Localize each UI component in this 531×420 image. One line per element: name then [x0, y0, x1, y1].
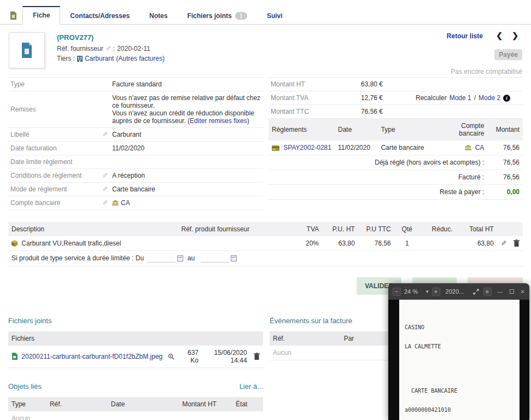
attachments-table-header: Fichiers — [8, 331, 263, 346]
line-pu-ttc: 76,56 — [358, 236, 394, 251]
zoom-level-value: 24 % — [404, 288, 423, 295]
amount-tva-row: Montant TVA 12,76 € Recalculer Mode 1 / … — [269, 91, 523, 105]
service-duration-label: Si produit de type service à durée limit… — [11, 254, 144, 262]
recalc-separator: / — [474, 94, 476, 102]
menu-button[interactable]: ≡ — [483, 288, 492, 296]
edit-compte-icon[interactable]: ✎ — [102, 199, 108, 207]
preview-file-icon[interactable] — [168, 353, 174, 360]
close-window-icon[interactable]: ✕ — [521, 289, 525, 295]
already-paid-label: Déjà réglé (hors avoirs et acomptes) : — [269, 155, 487, 170]
recalc-mode2-link[interactable]: Mode 2 — [479, 94, 500, 102]
remaining-row: Reste à payer : 0,00 — [269, 185, 523, 200]
next-record-arrow[interactable]: ❯ — [508, 31, 522, 40]
tab-fiche[interactable]: Fiche — [22, 6, 60, 25]
invoice-line-row: Carburant VU,Renault trafic,diesel 20% 6… — [8, 236, 523, 251]
tab-fichiers-joints[interactable]: Fichiers joints1 — [177, 8, 256, 25]
bank-account-link[interactable]: CA — [121, 199, 130, 207]
already-paid-value: 76,56 — [487, 155, 523, 170]
field-libelle: Libellé ✎ Carburant — [8, 128, 263, 142]
tab-suivi[interactable]: Suivi — [257, 8, 293, 25]
bank-icon — [465, 145, 471, 150]
tab-contacts-label: Contacts/Adresses — [70, 12, 130, 20]
image-file-icon — [11, 353, 17, 360]
field-date-limite: Date limite règlement — [8, 155, 263, 169]
zoom-dropdown-chevron-icon[interactable]: ▾ — [426, 289, 429, 294]
tab-fichiers-label: Fichiers joints — [187, 12, 231, 20]
file-icon — [21, 43, 33, 58]
remaining-value: 0,00 — [487, 185, 523, 200]
lines-header-reduc: Réduc. — [420, 222, 456, 236]
compte-bancaire-label: Compte bancaire — [10, 199, 102, 207]
edit-libelle-icon[interactable]: ✎ — [102, 131, 108, 138]
mode-reglement-label: Mode de règlement — [10, 185, 102, 193]
recalc-mode1-link[interactable]: Mode 1 — [450, 94, 471, 102]
receipt-line: a0000000421010 — [405, 407, 520, 413]
field-type: Type Facture standard — [8, 77, 263, 91]
document-thumbnail[interactable] — [9, 32, 45, 68]
payments-header-date: Date — [335, 119, 378, 141]
edit-fixed-discounts-link[interactable]: Editer remises fixes — [190, 117, 247, 125]
conditions-label: Conditions de règlement — [10, 172, 102, 179]
linked-header-type: Type — [8, 397, 46, 411]
maximize-window-icon[interactable] — [510, 289, 514, 294]
link-to-link[interactable]: Lier à... — [240, 382, 263, 390]
tab-contacts[interactable]: Contacts/Adresses — [60, 8, 139, 25]
line-tva: 20% — [291, 236, 322, 251]
viewer-toolbar: − 24 % ▾ + 2020... ≡ — ✕ — [388, 283, 529, 300]
service-end-date-input[interactable] — [201, 255, 229, 262]
edit-conditions-icon[interactable]: ✎ — [102, 172, 108, 179]
line-reduc — [420, 236, 456, 251]
lines-header-pu-ttc: P.U TTC — [358, 222, 394, 236]
minimize-window-icon[interactable]: — — [498, 289, 503, 295]
linked-header-date: Date — [108, 397, 179, 411]
service-start-date-input[interactable] — [147, 255, 176, 262]
supplier-ref-value: 2020-02-11 — [117, 45, 150, 52]
field-remises: Remises Vous n'avez pas de remise relati… — [8, 91, 263, 128]
linked-empty-row: Aucun — [8, 411, 263, 420]
attachment-filename-link[interactable]: 20200211-carburant-carburant-fD01f2bZbM.… — [21, 353, 162, 360]
montant-ttc-value: 76,56 € — [353, 108, 383, 115]
zoom-in-button[interactable]: + — [432, 288, 440, 296]
payment-account-link[interactable]: CA — [475, 144, 485, 151]
calendar-icon[interactable] — [177, 255, 183, 261]
edit-mode-icon[interactable]: ✎ — [102, 185, 108, 193]
tab-suivi-label: Suivi — [267, 12, 283, 20]
type-label: Type — [10, 80, 102, 88]
field-conditions: Conditions de règlement ✎ A réception — [8, 169, 263, 183]
linked-objects-table: Type Réf. Date Montant HT État Aucun — [8, 397, 263, 420]
thirdparty-link[interactable]: Carburant — [85, 55, 114, 62]
tab-fiche-label: Fiche — [33, 11, 50, 19]
payments-table: Règlements Date Type Compte bancaire Mon… — [269, 119, 523, 200]
type-value: Facture standard — [112, 80, 162, 88]
edit-supplier-ref-icon[interactable]: ✎ — [106, 45, 111, 52]
tab-notes[interactable]: Notes — [139, 8, 177, 25]
linked-header-ref: Réf. — [46, 397, 108, 411]
montant-ht-label: Montant HT — [271, 80, 353, 88]
calendar-icon[interactable] — [231, 255, 237, 261]
remises-close: ) — [247, 117, 249, 125]
field-date-facturation: Date facturation 11/02/2020 — [8, 142, 263, 155]
lines-header-pu-ht: P.U. HT — [322, 222, 358, 236]
product-icon — [11, 240, 17, 247]
image-viewer-window[interactable]: − 24 % ▾ + 2020... ≡ — ✕ CASINO LA CALME… — [388, 283, 529, 420]
status-badge: Payée — [494, 49, 522, 60]
info-icon[interactable]: i — [503, 95, 510, 102]
montant-ht-value: 63,80 € — [353, 80, 383, 88]
zoom-out-button[interactable]: − — [393, 288, 401, 296]
payment-ref-link[interactable]: SPAY2002-0281 — [283, 144, 331, 151]
recalc-label: Recalculer — [416, 94, 447, 102]
fullscreen-icon[interactable] — [472, 288, 480, 296]
service-au-label: au — [188, 254, 195, 262]
delete-line-icon[interactable] — [514, 240, 520, 247]
thirdparty-other-invoices-link[interactable]: (Autres factures) — [116, 55, 165, 62]
montant-tva-label: Montant TVA — [271, 94, 353, 102]
conditions-value: A réception — [112, 172, 145, 179]
receipt-image: CASINO LA CALMETTE CARTE BANCAIRE a00000… — [399, 300, 520, 420]
delete-attachment-icon[interactable] — [254, 353, 260, 360]
edit-line-icon[interactable]: ✎ — [501, 240, 506, 247]
receipt-line: CASINO — [405, 324, 520, 331]
previous-record-arrow[interactable]: ❮ — [492, 31, 506, 40]
linked-header-montant: Montant HT — [179, 397, 232, 411]
back-to-list-link[interactable]: Retour liste — [447, 32, 483, 40]
attachments-table: Fichiers 20200211-carburant-carburant-fD… — [8, 331, 263, 368]
